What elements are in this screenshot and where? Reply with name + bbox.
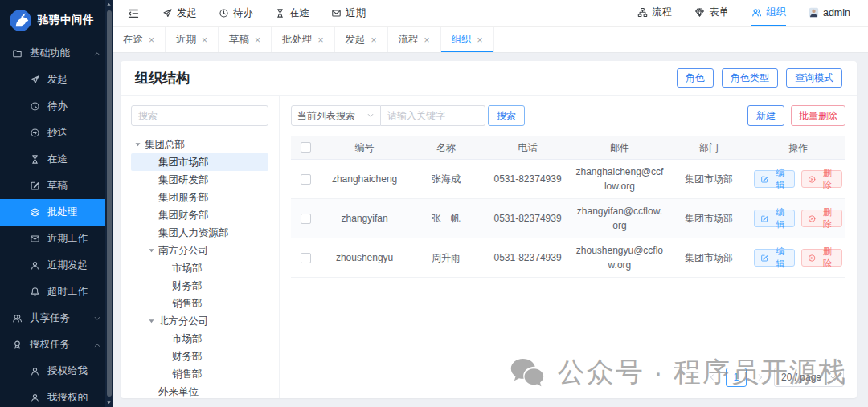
sidebar-item[interactable]: 共享任务 bbox=[0, 305, 113, 332]
header-nav-link[interactable]: 组织 bbox=[751, 0, 786, 26]
sidebar-item-label: 近期发起 bbox=[47, 258, 88, 272]
sidebar-item-label: 批处理 bbox=[47, 206, 78, 219]
tree-node[interactable]: 南方分公司 bbox=[131, 242, 268, 259]
org-tree: 集团总部 集团市场部 集团研发部 bbox=[131, 136, 268, 401]
cell-dept: 集团市场部 bbox=[667, 211, 751, 226]
cell-code: zhoushengyu bbox=[320, 250, 409, 265]
scroll-up-icon[interactable] bbox=[105, 1, 113, 9]
scroll-down-icon[interactable] bbox=[105, 398, 113, 406]
tree-node[interactable]: 市场部 bbox=[131, 259, 268, 277]
tree-node[interactable]: 集团研发部 bbox=[131, 171, 268, 189]
select-all-checkbox[interactable] bbox=[301, 142, 311, 153]
tab[interactable]: 组织 × bbox=[441, 27, 494, 52]
tree-node-label: 外来单位 bbox=[158, 385, 199, 399]
new-button[interactable]: 新建 bbox=[747, 105, 784, 126]
hourglass-icon bbox=[30, 154, 40, 165]
sidebar-item[interactable]: 授权给我 bbox=[0, 358, 113, 385]
chevron-up-icon bbox=[93, 341, 101, 349]
quick-link[interactable]: 待办 bbox=[219, 6, 253, 20]
tree-node[interactable]: 集团服务部 bbox=[131, 189, 268, 206]
tab[interactable]: 发起 × bbox=[335, 27, 388, 52]
tab[interactable]: 在途 × bbox=[113, 27, 166, 52]
next-page-button[interactable] bbox=[751, 368, 769, 387]
row-checkbox[interactable] bbox=[301, 174, 311, 185]
sidebar-item[interactable]: 待办 bbox=[0, 93, 113, 120]
scrollbar-thumb[interactable] bbox=[107, 10, 112, 397]
clock-icon bbox=[30, 101, 40, 112]
tree-node[interactable]: 北方分公司 bbox=[131, 312, 268, 330]
tab-close-icon[interactable]: × bbox=[424, 35, 430, 45]
page-size-select[interactable]: 20 / page bbox=[774, 368, 844, 387]
delete-button[interactable]: 删除 bbox=[801, 170, 842, 188]
header-action-button[interactable]: 角色类型 bbox=[722, 68, 778, 88]
sidebar-item[interactable]: 授权任务 bbox=[0, 332, 113, 358]
search-button[interactable]: 搜索 bbox=[488, 105, 525, 126]
chevron-down-icon bbox=[366, 112, 375, 120]
search-scope-select[interactable]: 当前列表搜索 bbox=[291, 105, 381, 126]
tab-close-icon[interactable]: × bbox=[255, 35, 260, 45]
delete-button[interactable]: 删除 bbox=[801, 249, 842, 267]
row-checkbox[interactable] bbox=[301, 214, 311, 224]
header-action-button[interactable]: 角色 bbox=[677, 68, 714, 88]
column-header-name: 名称 bbox=[409, 140, 483, 155]
page-number[interactable]: 1 bbox=[726, 368, 747, 387]
sidebar-item[interactable]: 近期工作 bbox=[0, 226, 113, 252]
header-nav-link[interactable]: admin bbox=[809, 0, 850, 26]
edit-button[interactable]: 编辑 bbox=[754, 210, 795, 227]
edit-button[interactable]: 编辑 bbox=[754, 170, 795, 188]
quick-link[interactable]: 近期 bbox=[331, 6, 366, 20]
sidebar-item[interactable]: 基础功能 bbox=[0, 40, 113, 67]
tree-node-label: 集团财务部 bbox=[158, 209, 209, 222]
row-checkbox[interactable] bbox=[301, 253, 311, 263]
sidebar-item[interactable]: 近期发起 bbox=[0, 252, 113, 279]
tree-node[interactable]: 集团财务部 bbox=[131, 206, 268, 224]
quick-link[interactable]: 在途 bbox=[275, 6, 309, 20]
sidebar-item[interactable]: 超时工作 bbox=[0, 279, 113, 305]
tree-node[interactable]: 销售部 bbox=[131, 295, 268, 312]
tab-label: 流程 bbox=[399, 33, 419, 47]
tab[interactable]: 流程 × bbox=[388, 27, 441, 52]
quick-link[interactable]: 发起 bbox=[162, 6, 197, 20]
tree-node[interactable]: 集团人力资源部 bbox=[131, 224, 268, 242]
table-toolbar: 当前列表搜索 搜索 新建 批量删除 bbox=[291, 105, 845, 126]
tab[interactable]: 草稿 × bbox=[219, 27, 272, 52]
tree-node-label: 集团研发部 bbox=[158, 173, 209, 187]
sidebar-item-label: 超时工作 bbox=[47, 285, 88, 299]
tree-node[interactable]: 集团总部 bbox=[131, 136, 268, 153]
sidebar-item[interactable]: 抄送 bbox=[0, 120, 113, 146]
header-action-button[interactable]: 查询模式 bbox=[786, 68, 842, 88]
header-nav-link[interactable]: 流程 bbox=[637, 0, 672, 26]
sidebar-item-label: 近期工作 bbox=[47, 232, 88, 246]
tab[interactable]: 批处理 × bbox=[272, 27, 335, 52]
tab-close-icon[interactable]: × bbox=[202, 35, 207, 45]
delete-button[interactable]: 删除 bbox=[801, 210, 842, 227]
cell-code: zhangyifan bbox=[320, 211, 409, 226]
sidebar-item[interactable]: 发起 bbox=[0, 67, 113, 93]
prev-page-button[interactable] bbox=[703, 368, 721, 387]
sidebar-item[interactable]: 草稿 bbox=[0, 173, 113, 199]
batch-delete-button[interactable]: 批量删除 bbox=[791, 105, 845, 126]
mail-icon bbox=[331, 8, 342, 18]
chevron-down-icon bbox=[93, 315, 101, 323]
sidebar-item[interactable]: 批处理 bbox=[0, 199, 113, 226]
tree-node[interactable]: 市场部 bbox=[131, 330, 268, 348]
sidebar-item[interactable]: 在途 bbox=[0, 146, 113, 173]
sidebar-item-label: 抄送 bbox=[47, 126, 68, 140]
tree-node[interactable]: 集团市场部 bbox=[131, 153, 268, 171]
tab-close-icon[interactable]: × bbox=[477, 35, 483, 45]
tree-node[interactable]: 财务部 bbox=[131, 348, 268, 365]
tab-close-icon[interactable]: × bbox=[371, 35, 377, 45]
tree-node[interactable]: 外来单位 bbox=[131, 383, 268, 401]
tree-node[interactable]: 销售部 bbox=[131, 365, 268, 383]
sidebar-item[interactable]: 我授权的 bbox=[0, 385, 113, 407]
sidebar-scrollbar[interactable] bbox=[105, 0, 113, 407]
tab-close-icon[interactable]: × bbox=[318, 35, 324, 45]
header-nav-link[interactable]: 表单 bbox=[694, 0, 729, 26]
tree-node[interactable]: 财务部 bbox=[131, 277, 268, 295]
tree-search-input[interactable] bbox=[131, 105, 268, 126]
edit-button[interactable]: 编辑 bbox=[754, 249, 795, 267]
keyword-input[interactable] bbox=[381, 105, 485, 126]
tab[interactable]: 近期 × bbox=[166, 27, 219, 52]
tab-close-icon[interactable]: × bbox=[149, 35, 154, 45]
menu-fold-icon[interactable] bbox=[127, 7, 140, 20]
